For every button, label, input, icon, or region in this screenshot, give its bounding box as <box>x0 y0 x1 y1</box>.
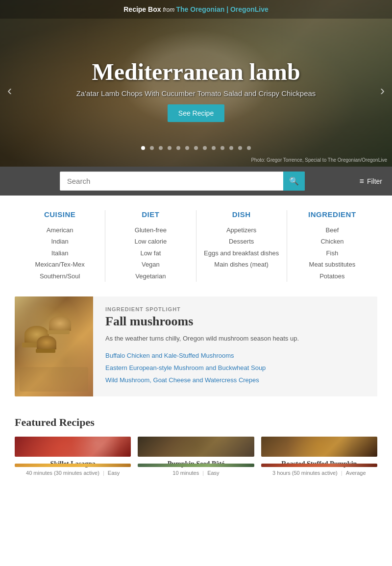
recipe-divider-1: | <box>103 470 106 476</box>
recipe-card-6[interactable] <box>261 464 377 467</box>
ingredient-potatoes[interactable]: Potatoes <box>294 271 370 282</box>
filter-label: Filter <box>367 177 382 185</box>
dish-desserts[interactable]: Desserts <box>204 236 279 247</box>
hero-dot-12[interactable] <box>238 146 242 150</box>
ingredient-chicken[interactable]: Chicken <box>294 236 370 247</box>
recipe-card-5[interactable] <box>138 464 254 467</box>
recipe-difficulty-3: Average <box>346 470 366 476</box>
recipe-card-3[interactable]: Roasted Stuffed Pumpkin 3 hours (50 minu… <box>261 437 377 457</box>
filter-button[interactable]: ≡ Filter <box>360 177 382 186</box>
search-submit-button[interactable]: 🔍 <box>283 172 305 191</box>
recipe-meta-3: 3 hours (50 minutes active) | Average <box>261 469 377 477</box>
hero-dot-10[interactable] <box>220 146 224 150</box>
hero-prev-button[interactable]: ‹ <box>2 78 17 103</box>
cuisine-column: CUISINE American Indian Italian Mexican/… <box>15 210 105 282</box>
cuisine-southern[interactable]: Southern/Soul <box>22 271 98 282</box>
recipe-difficulty-1: Easy <box>108 470 120 476</box>
hero-dot-7[interactable] <box>194 146 198 150</box>
cuisine-header: CUISINE <box>22 210 98 219</box>
hero-dot-5[interactable] <box>176 146 180 150</box>
dish-header: DISH <box>204 210 279 219</box>
brand-from: from <box>163 6 176 13</box>
spotlight-label: INGREDIENT SPOTLIGHT <box>105 306 368 312</box>
dish-column: DISH Appetizers Desserts Eggs and breakf… <box>196 210 287 282</box>
recipe-time-1: 40 minutes (30 minutes active) <box>26 470 99 476</box>
hero-dot-1[interactable] <box>141 146 145 150</box>
hero-top-bar: Recipe Box from The Oregonian | OregonLi… <box>0 0 392 19</box>
search-icon: 🔍 <box>289 177 299 185</box>
hero-section: Recipe Box from The Oregonian | OregonLi… <box>0 0 392 167</box>
dish-appetizers[interactable]: Appetizers <box>204 224 279 236</box>
spotlight-link-3[interactable]: Wild Mushroom, Goat Cheese and Watercres… <box>105 374 368 387</box>
hero-dot-4[interactable] <box>168 146 172 150</box>
spotlight-link-2[interactable]: Eastern European-style Mushroom and Buck… <box>105 362 368 374</box>
hero-dot-8[interactable] <box>203 146 207 150</box>
ingredient-column: INGREDIENT Beef Chicken Fish Meat substi… <box>287 210 377 282</box>
recipe-card-2[interactable]: Pumpkin Seed Pâté 10 minutes | Easy <box>138 437 254 457</box>
cuisine-indian[interactable]: Indian <box>22 236 98 247</box>
dish-main[interactable]: Main dishes (meat) <box>204 259 279 270</box>
recipe-image-2 <box>138 437 254 457</box>
cuisine-italian[interactable]: Italian <box>22 247 98 259</box>
brand-text: Recipe Box from The Oregonian | OregonLi… <box>123 6 269 13</box>
brand-oregonian: The Oregonian | OregonLive <box>176 5 268 13</box>
recipe-image-1 <box>15 437 131 457</box>
diet-vegetarian[interactable]: Vegetarian <box>113 271 188 282</box>
featured-title: Featured Recipes <box>15 416 377 429</box>
recipe-difficulty-2: Easy <box>207 470 219 476</box>
cuisine-mexican[interactable]: Mexican/Tex-Mex <box>22 259 98 270</box>
diet-gluten-free[interactable]: Gluten-free <box>113 224 188 236</box>
hero-dot-13[interactable] <box>247 146 251 150</box>
recipe-image-4 <box>15 464 131 467</box>
hero-dot-9[interactable] <box>212 146 216 150</box>
search-bar: 🔍 ≡ Filter <box>0 167 392 196</box>
ingredient-header: INGREDIENT <box>294 210 370 219</box>
dish-eggs[interactable]: Eggs and breakfast dishes <box>204 247 279 259</box>
diet-low-calorie[interactable]: Low calorie <box>113 236 188 247</box>
diet-column: DIET Gluten-free Low calorie Low fat Veg… <box>105 210 196 282</box>
spotlight-image <box>15 296 93 396</box>
spotlight-link-1[interactable]: Buffalo Chicken and Kale-Stuffed Mushroo… <box>105 350 368 362</box>
ingredient-meat-subs[interactable]: Meat substitutes <box>294 259 370 270</box>
recipe-image-6 <box>261 464 377 467</box>
spotlight-title: Fall mushrooms <box>105 314 368 329</box>
category-section: CUISINE American Indian Italian Mexican/… <box>0 196 392 292</box>
hero-dot-6[interactable] <box>185 146 189 150</box>
ingredient-beef[interactable]: Beef <box>294 224 370 236</box>
spotlight-description: As the weather turns chilly, Oregon wild… <box>105 334 368 344</box>
diet-low-fat[interactable]: Low fat <box>113 247 188 259</box>
recipe-meta-1: 40 minutes (30 minutes active) | Easy <box>15 469 131 477</box>
hero-dots <box>0 143 392 152</box>
hero-title: Mediterranean lamb <box>76 59 316 85</box>
search-input-wrapper: 🔍 <box>60 172 305 191</box>
cuisine-american[interactable]: American <box>22 224 98 236</box>
recipe-meta-2: 10 minutes | Easy <box>138 469 254 477</box>
spotlight-content: INGREDIENT SPOTLIGHT Fall mushrooms As t… <box>93 296 377 396</box>
hero-dot-2[interactable] <box>150 146 154 150</box>
featured-section: Featured Recipes Skillet Lasagna 40 minu… <box>0 406 392 484</box>
diet-header: DIET <box>113 210 188 219</box>
hero-content: Mediterranean lamb Za'atar Lamb Chops Wi… <box>76 59 316 122</box>
recipe-image-3 <box>261 437 377 457</box>
hero-dot-11[interactable] <box>229 146 233 150</box>
recipe-time-2: 10 minutes <box>172 470 199 476</box>
recipe-time-3: 3 hours (50 minutes active) <box>272 470 338 476</box>
diet-vegan[interactable]: Vegan <box>113 259 188 270</box>
recipe-image-5 <box>138 464 254 467</box>
recipe-card-4[interactable] <box>15 464 131 467</box>
recipe-divider-2: | <box>202 470 205 476</box>
ingredient-fish[interactable]: Fish <box>294 247 370 259</box>
search-input[interactable] <box>60 172 305 191</box>
filter-icon: ≡ <box>360 177 364 186</box>
brand-recipe-box: Recipe Box <box>123 5 161 13</box>
hero-subtitle: Za'atar Lamb Chops With Cucumber Tomato … <box>76 89 316 98</box>
recipe-card-1[interactable]: Skillet Lasagna 40 minutes (30 minutes a… <box>15 437 131 457</box>
recipe-divider-3: | <box>341 470 344 476</box>
photo-credit: Photo: Gregor Torrence, Special to The O… <box>251 157 387 163</box>
see-recipe-button[interactable]: See Recipe <box>168 104 224 122</box>
recipe-grid: Skillet Lasagna 40 minutes (30 minutes a… <box>15 437 377 467</box>
hero-dot-3[interactable] <box>159 146 163 150</box>
hero-next-button[interactable]: › <box>375 78 390 103</box>
spotlight-section: INGREDIENT SPOTLIGHT Fall mushrooms As t… <box>15 296 377 396</box>
